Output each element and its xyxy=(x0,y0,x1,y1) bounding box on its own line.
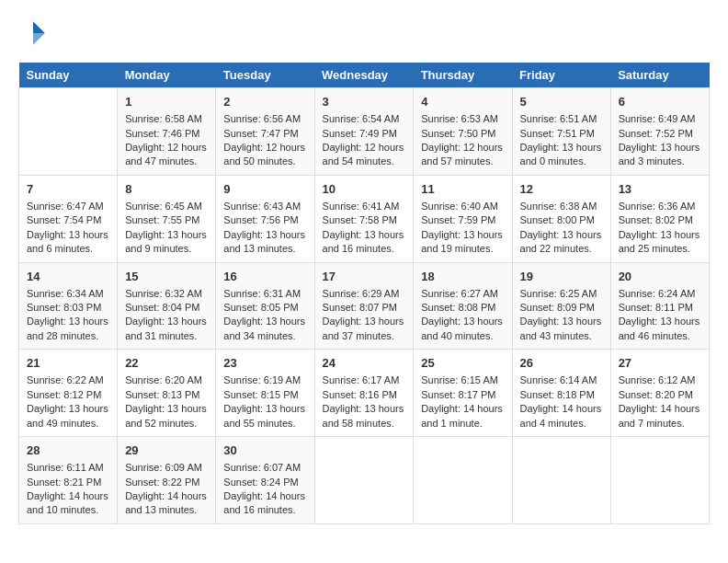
sunrise-text: Sunrise: 6:09 AM xyxy=(125,461,208,475)
calendar-cell: 2Sunrise: 6:56 AMSunset: 7:47 PMDaylight… xyxy=(216,88,314,176)
daylight-text: Daylight: 14 hours and 16 minutes. xyxy=(223,489,306,518)
calendar-cell: 11Sunrise: 6:40 AMSunset: 7:59 PMDayligh… xyxy=(414,175,512,262)
day-number: 11 xyxy=(421,181,504,198)
day-number: 4 xyxy=(421,94,504,110)
calendar-cell xyxy=(19,88,118,176)
calendar-week-row: 14Sunrise: 6:34 AMSunset: 8:03 PMDayligh… xyxy=(19,262,710,350)
day-number: 5 xyxy=(520,94,603,110)
cell-content: 26Sunrise: 6:14 AMSunset: 8:18 PMDayligh… xyxy=(520,355,603,431)
sunrise-text: Sunrise: 6:31 AM xyxy=(223,287,306,301)
sunrise-text: Sunrise: 6:12 AM xyxy=(619,373,701,387)
sunset-text: Sunset: 8:04 PM xyxy=(125,301,208,315)
day-number: 28 xyxy=(27,442,109,459)
sunrise-text: Sunrise: 6:29 AM xyxy=(323,287,406,301)
cell-content: 4Sunrise: 6:53 AMSunset: 7:50 PMDaylight… xyxy=(421,94,504,169)
cell-content: 7Sunrise: 6:47 AMSunset: 7:54 PMDaylight… xyxy=(27,181,109,257)
calendar-cell: 7Sunrise: 6:47 AMSunset: 7:54 PMDaylight… xyxy=(19,175,118,262)
daylight-text: Daylight: 13 hours and 6 minutes. xyxy=(27,228,109,257)
day-number: 20 xyxy=(619,269,701,285)
cell-content: 28Sunrise: 6:11 AMSunset: 8:21 PMDayligh… xyxy=(27,442,109,518)
calendar-cell: 17Sunrise: 6:29 AMSunset: 8:07 PMDayligh… xyxy=(314,262,414,350)
daylight-text: Daylight: 12 hours and 54 minutes. xyxy=(323,141,406,169)
sunset-text: Sunset: 8:15 PM xyxy=(223,388,306,402)
cell-content: 23Sunrise: 6:19 AMSunset: 8:15 PMDayligh… xyxy=(223,355,306,431)
calendar-cell: 16Sunrise: 6:31 AMSunset: 8:05 PMDayligh… xyxy=(216,262,314,350)
calendar-cell: 19Sunrise: 6:25 AMSunset: 8:09 PMDayligh… xyxy=(512,262,610,350)
sunrise-text: Sunrise: 6:34 AM xyxy=(27,287,109,301)
sunset-text: Sunset: 8:16 PM xyxy=(323,388,406,402)
sunrise-text: Sunrise: 6:53 AM xyxy=(421,112,504,126)
sunset-text: Sunset: 8:17 PM xyxy=(421,388,504,402)
daylight-text: Daylight: 13 hours and 46 minutes. xyxy=(619,315,701,343)
day-number: 14 xyxy=(27,269,109,285)
cell-content: 30Sunrise: 6:07 AMSunset: 8:24 PMDayligh… xyxy=(223,442,306,518)
sunrise-text: Sunrise: 6:54 AM xyxy=(323,112,406,126)
daylight-text: Daylight: 13 hours and 28 minutes. xyxy=(27,315,109,343)
cell-content: 11Sunrise: 6:40 AMSunset: 7:59 PMDayligh… xyxy=(421,181,504,257)
calendar-cell: 10Sunrise: 6:41 AMSunset: 7:58 PMDayligh… xyxy=(314,175,414,262)
day-number: 29 xyxy=(125,442,208,459)
cell-content: 2Sunrise: 6:56 AMSunset: 7:47 PMDaylight… xyxy=(223,94,306,169)
calendar-cell: 25Sunrise: 6:15 AMSunset: 8:17 PMDayligh… xyxy=(414,350,512,437)
sunset-text: Sunset: 8:02 PM xyxy=(619,213,701,227)
daylight-text: Daylight: 13 hours and 43 minutes. xyxy=(520,315,603,343)
daylight-text: Daylight: 13 hours and 52 minutes. xyxy=(125,402,208,431)
sunrise-text: Sunrise: 6:19 AM xyxy=(223,373,306,387)
cell-content: 25Sunrise: 6:15 AMSunset: 8:17 PMDayligh… xyxy=(421,355,504,431)
sunset-text: Sunset: 8:07 PM xyxy=(323,301,406,315)
calendar-cell: 20Sunrise: 6:24 AMSunset: 8:11 PMDayligh… xyxy=(610,262,709,350)
day-number: 22 xyxy=(125,355,208,372)
calendar-cell: 14Sunrise: 6:34 AMSunset: 8:03 PMDayligh… xyxy=(19,262,118,350)
day-number: 15 xyxy=(125,269,208,285)
cell-content: 22Sunrise: 6:20 AMSunset: 8:13 PMDayligh… xyxy=(125,355,208,431)
cell-content: 1Sunrise: 6:58 AMSunset: 7:46 PMDaylight… xyxy=(125,94,208,169)
calendar-header-row: SundayMondayTuesdayWednesdayThursdayFrid… xyxy=(19,63,710,88)
sunset-text: Sunset: 7:46 PM xyxy=(125,127,208,141)
sunset-text: Sunset: 7:50 PM xyxy=(421,127,504,141)
sunrise-text: Sunrise: 6:38 AM xyxy=(520,200,603,213)
day-header-sunday: Sunday xyxy=(19,63,118,88)
sunrise-text: Sunrise: 6:40 AM xyxy=(421,200,504,213)
sunset-text: Sunset: 8:18 PM xyxy=(520,388,603,402)
calendar-cell: 5Sunrise: 6:51 AMSunset: 7:51 PMDaylight… xyxy=(512,88,610,176)
calendar-cell: 13Sunrise: 6:36 AMSunset: 8:02 PMDayligh… xyxy=(610,175,709,262)
calendar-week-row: 28Sunrise: 6:11 AMSunset: 8:21 PMDayligh… xyxy=(19,437,710,524)
sunset-text: Sunset: 8:21 PM xyxy=(27,476,109,489)
sunset-text: Sunset: 7:59 PM xyxy=(421,213,504,227)
sunset-text: Sunset: 8:20 PM xyxy=(619,388,701,402)
calendar-cell: 6Sunrise: 6:49 AMSunset: 7:52 PMDaylight… xyxy=(610,88,709,176)
calendar-cell: 28Sunrise: 6:11 AMSunset: 8:21 PMDayligh… xyxy=(19,437,118,524)
day-number: 13 xyxy=(619,181,701,198)
day-number: 10 xyxy=(323,181,406,198)
sunrise-text: Sunrise: 6:56 AM xyxy=(223,112,306,126)
sunrise-text: Sunrise: 6:17 AM xyxy=(323,373,406,387)
day-number: 18 xyxy=(421,269,504,285)
sunrise-text: Sunrise: 6:27 AM xyxy=(421,287,504,301)
cell-content: 20Sunrise: 6:24 AMSunset: 8:11 PMDayligh… xyxy=(619,269,701,344)
logo-icon xyxy=(18,18,48,48)
daylight-text: Daylight: 13 hours and 58 minutes. xyxy=(323,402,406,431)
daylight-text: Daylight: 14 hours and 4 minutes. xyxy=(520,402,603,431)
calendar-cell xyxy=(512,437,610,524)
sunset-text: Sunset: 7:54 PM xyxy=(27,213,109,227)
cell-content: 27Sunrise: 6:12 AMSunset: 8:20 PMDayligh… xyxy=(619,355,701,431)
cell-content: 6Sunrise: 6:49 AMSunset: 7:52 PMDaylight… xyxy=(619,94,701,169)
cell-content: 21Sunrise: 6:22 AMSunset: 8:12 PMDayligh… xyxy=(27,355,109,431)
daylight-text: Daylight: 13 hours and 9 minutes. xyxy=(125,228,208,257)
cell-content: 10Sunrise: 6:41 AMSunset: 7:58 PMDayligh… xyxy=(323,181,406,257)
calendar-cell: 22Sunrise: 6:20 AMSunset: 8:13 PMDayligh… xyxy=(118,350,216,437)
day-header-friday: Friday xyxy=(512,63,610,88)
calendar-table: SundayMondayTuesdayWednesdayThursdayFrid… xyxy=(18,63,710,524)
calendar-cell: 29Sunrise: 6:09 AMSunset: 8:22 PMDayligh… xyxy=(118,437,216,524)
cell-content: 12Sunrise: 6:38 AMSunset: 8:00 PMDayligh… xyxy=(520,181,603,257)
sunrise-text: Sunrise: 6:22 AM xyxy=(27,373,109,387)
day-number: 19 xyxy=(520,269,603,285)
daylight-text: Daylight: 13 hours and 25 minutes. xyxy=(619,228,701,257)
daylight-text: Daylight: 13 hours and 3 minutes. xyxy=(619,141,701,169)
sunset-text: Sunset: 7:49 PM xyxy=(323,127,406,141)
calendar-cell: 3Sunrise: 6:54 AMSunset: 7:49 PMDaylight… xyxy=(314,88,414,176)
cell-content: 18Sunrise: 6:27 AMSunset: 8:08 PMDayligh… xyxy=(421,269,504,344)
day-number: 9 xyxy=(223,181,306,198)
daylight-text: Daylight: 13 hours and 19 minutes. xyxy=(421,228,504,257)
calendar-cell: 8Sunrise: 6:45 AMSunset: 7:55 PMDaylight… xyxy=(118,175,216,262)
